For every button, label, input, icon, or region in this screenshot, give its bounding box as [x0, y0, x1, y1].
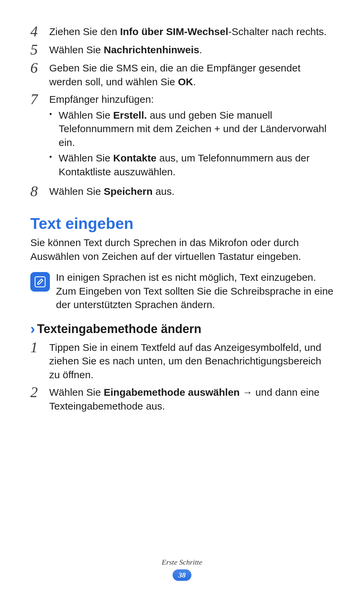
note-icon	[30, 272, 50, 292]
svg-rect-0	[35, 277, 45, 287]
text: Wählen Sie	[49, 387, 104, 398]
bold-text: Kontakte	[113, 152, 156, 163]
page-number-badge: 38	[173, 569, 191, 581]
text: Empfänger hinzufügen:	[49, 94, 154, 105]
bold-text: Info über SIM-Wechsel	[120, 26, 228, 37]
step-body: Geben Sie die SMS ein, die an die Empfän…	[49, 60, 334, 89]
text: Wählen Sie	[49, 186, 104, 197]
note-text: In einigen Sprachen ist es nicht möglich…	[56, 271, 334, 312]
text: aus.	[153, 186, 175, 197]
text: Ziehen Sie den	[49, 26, 120, 37]
step-body: Tippen Sie in einem Textfeld auf das Anz…	[49, 339, 334, 382]
step-item: 4Ziehen Sie den Info über SIM-Wechsel-Sc…	[30, 24, 334, 39]
section-intro: Sie können Text durch Sprechen in das Mi…	[30, 236, 334, 263]
bullet-item: Wählen Sie Erstell. aus und geben Sie ma…	[49, 109, 334, 150]
step-body: Ziehen Sie den Info über SIM-Wechsel-Sch…	[49, 24, 334, 39]
bold-text: Erstell.	[113, 110, 147, 121]
pencil-note-icon	[34, 276, 46, 288]
page-footer: Erste Schritte 38	[0, 558, 364, 581]
note-block: In einigen Sprachen ist es nicht möglich…	[30, 271, 334, 312]
bullet-item: Wählen Sie Kontakte aus, um Telefonnumme…	[49, 151, 334, 179]
step-item: 1Tippen Sie in einem Textfeld auf das An…	[30, 339, 334, 382]
step-number: 5	[30, 42, 49, 57]
bullet-list: Wählen Sie Erstell. aus und geben Sie ma…	[49, 109, 334, 179]
step-number: 2	[30, 384, 49, 400]
sub-section-title: › Texteingabemethode ändern	[30, 322, 334, 336]
section-title: Text eingeben	[30, 214, 334, 233]
bold-text: Speichern	[104, 186, 153, 197]
step-number: 6	[30, 60, 49, 76]
step-item: 5Wählen Sie Nachrichtenhinweis.	[30, 42, 334, 57]
bold-text: OK	[178, 76, 193, 87]
text: Wählen Sie	[59, 152, 113, 163]
step-body: Wählen Sie Nachrichtenhinweis.	[49, 42, 334, 57]
step-number: 4	[30, 24, 49, 39]
step-item: 8Wählen Sie Speichern aus.	[30, 183, 334, 199]
step-item: 6Geben Sie die SMS ein, die an die Empfä…	[30, 60, 334, 89]
bold-text: Nachrichtenhinweis	[104, 44, 199, 55]
step-item: 2Wählen Sie Eingabemethode auswählen → u…	[30, 384, 334, 413]
steps-bottom: 1Tippen Sie in einem Textfeld auf das An…	[30, 339, 334, 413]
step-body: Wählen Sie Speichern aus.	[49, 183, 334, 199]
text: Wählen Sie	[59, 110, 113, 121]
steps-top: 4Ziehen Sie den Info über SIM-Wechsel-Sc…	[30, 24, 334, 199]
step-body: Wählen Sie Eingabemethode auswählen → un…	[49, 384, 334, 413]
bold-text: Eingabemethode auswählen	[104, 387, 240, 398]
text: -Schalter nach rechts.	[228, 26, 327, 37]
step-number: 7	[30, 91, 49, 107]
text: .	[199, 44, 202, 55]
step-body: Empfänger hinzufügen:Wählen Sie Erstell.…	[49, 91, 334, 181]
text: .	[193, 76, 196, 87]
chevron-right-icon: ›	[30, 322, 35, 336]
sub-section-title-text: Texteingabemethode ändern	[37, 322, 201, 336]
step-number: 8	[30, 183, 49, 199]
footer-section-label: Erste Schritte	[0, 558, 364, 567]
manual-page: 4Ziehen Sie den Info über SIM-Wechsel-Sc…	[0, 0, 364, 597]
step-number: 1	[30, 339, 49, 355]
text: Geben Sie die SMS ein, die an die Empfän…	[49, 62, 301, 87]
text: Wählen Sie	[49, 44, 104, 55]
text: Tippen Sie in einem Textfeld auf das Anz…	[49, 342, 321, 380]
step-item: 7Empfänger hinzufügen:Wählen Sie Erstell…	[30, 91, 334, 181]
